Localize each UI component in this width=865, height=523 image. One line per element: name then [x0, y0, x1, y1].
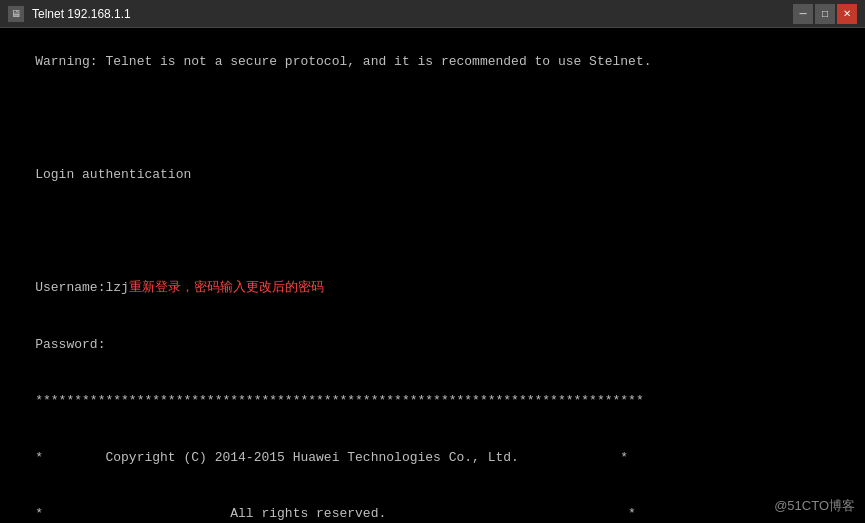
password-line: Password: [35, 337, 105, 352]
login-auth: Login authentication [35, 167, 191, 182]
title-bar-title: Telnet 192.168.1.1 [32, 7, 131, 21]
maximize-button[interactable]: □ [815, 4, 835, 24]
stars-line1: ****************************************… [35, 393, 644, 408]
rights-line: * All rights reserved. * [35, 506, 636, 521]
username-annotation: 重新登录，密码输入更改后的密码 [129, 280, 324, 295]
title-bar-icon: 🖥 [8, 6, 24, 22]
warning-line: Warning: Telnet is not a secure protocol… [35, 54, 651, 69]
username-line: Username:lzj [35, 280, 129, 295]
minimize-button[interactable]: ─ [793, 4, 813, 24]
copyright-line: * Copyright (C) 2014-2015 Huawei Technol… [35, 450, 628, 465]
watermark: @51CTO博客 [774, 497, 855, 515]
watermark-text: @51CTO博客 [774, 498, 855, 513]
terminal-content: Warning: Telnet is not a secure protocol… [4, 34, 861, 523]
title-bar: 🖥 Telnet 192.168.1.1 ─ □ ✕ [0, 0, 865, 28]
close-button[interactable]: ✕ [837, 4, 857, 24]
terminal-window[interactable]: Warning: Telnet is not a secure protocol… [0, 28, 865, 523]
title-bar-controls: ─ □ ✕ [793, 4, 857, 24]
